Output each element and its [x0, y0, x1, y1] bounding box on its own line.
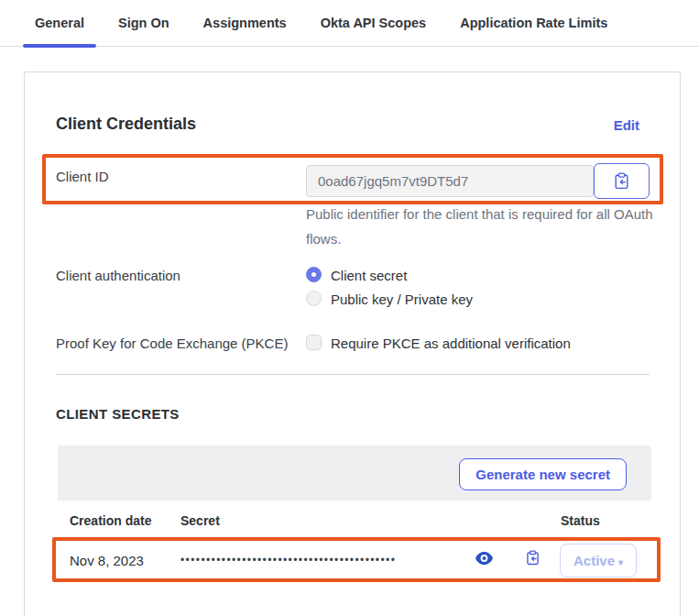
column-header-creation-date: Creation date	[70, 513, 151, 528]
radio-client-secret-label: Client secret	[331, 268, 407, 283]
radio-public-private-key-label: Public key / Private key	[331, 292, 473, 307]
tab-sign-on[interactable]: Sign On	[118, 0, 169, 47]
tab-application-rate-limits[interactable]: Application Rate Limits	[460, 0, 607, 47]
pkce-checkbox[interactable]	[306, 335, 322, 350]
pkce-label: Proof Key for Code Exchange (PKCE)	[56, 336, 288, 351]
tab-okta-api-scopes[interactable]: Okta API Scopes	[321, 0, 427, 47]
radio-client-secret[interactable]	[306, 267, 322, 282]
column-header-secret: Secret	[180, 513, 220, 528]
client-id-label: Client ID	[56, 169, 109, 184]
reveal-secret-button[interactable]	[474, 550, 494, 566]
generate-new-secret-button[interactable]: Generate new secret	[459, 458, 627, 490]
tab-assignments[interactable]: Assignments	[203, 0, 287, 47]
eye-icon	[475, 552, 493, 565]
clipboard-copy-icon	[526, 550, 540, 566]
client-authentication-label: Client authentication	[56, 268, 180, 283]
pkce-checkbox-label: Require PKCE as additional verification	[331, 336, 571, 351]
app-settings-page: General Sign On Assignments Okta API Sco…	[0, 0, 699, 616]
client-credentials-title: Client Credentials	[56, 115, 196, 134]
clipboard-copy-icon	[614, 172, 629, 190]
column-header-status: Status	[561, 513, 600, 528]
section-divider	[56, 374, 650, 375]
edit-link[interactable]: Edit	[614, 117, 639, 133]
client-credentials-card: Client Credentials Edit Client ID Public…	[24, 72, 681, 616]
radio-public-private-key[interactable]	[306, 291, 322, 306]
client-id-help-text: Public identifier for the client that is…	[306, 202, 656, 251]
copy-client-id-button[interactable]	[594, 163, 650, 199]
secret-status-dropdown[interactable]: Active▾	[560, 544, 637, 578]
client-id-input[interactable]	[306, 165, 594, 197]
secrets-table-toolbar: Generate new secret	[58, 446, 651, 500]
tab-bar: General Sign On Assignments Okta API Sco…	[0, 0, 699, 47]
client-secrets-title: CLIENT SECRETS	[56, 406, 180, 422]
chevron-down-icon: ▾	[618, 557, 623, 567]
masked-secret-value: ••••••••••••••••••••••••••••••••••••••••…	[180, 554, 396, 566]
copy-secret-button[interactable]	[523, 547, 541, 567]
tab-general[interactable]: General	[35, 0, 84, 47]
status-label: Active	[573, 553, 615, 568]
secret-creation-date: Nov 8, 2023	[70, 553, 144, 568]
